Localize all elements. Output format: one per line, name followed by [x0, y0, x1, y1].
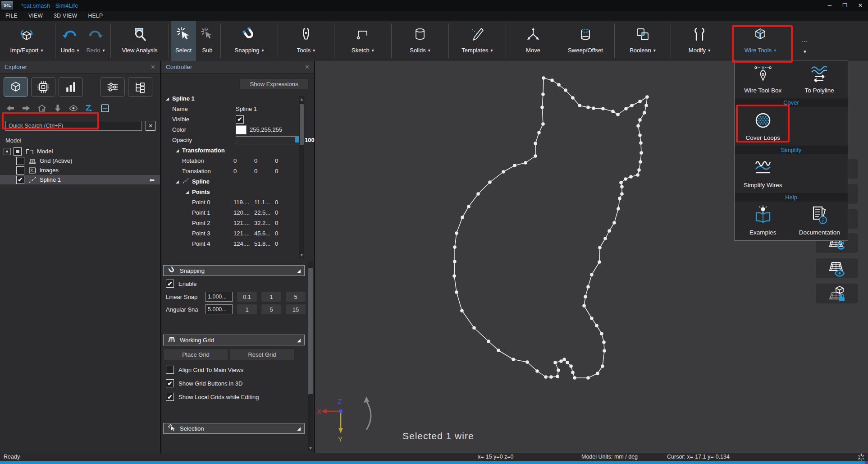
place-grid-button[interactable]: Place Grid [164, 349, 228, 360]
tree-row-images[interactable]: images [0, 165, 160, 175]
tree-row-model[interactable]: Model [0, 147, 160, 156]
status-units: Model Units: mm / deg [581, 454, 638, 460]
maximize-button[interactable]: ❐ [837, 0, 853, 11]
menu-item-to-polyline[interactable]: To Polyline [791, 60, 848, 98]
ribbon-group: Imp/Export ▾ [0, 21, 53, 61]
checkbox[interactable]: ✔ [166, 280, 174, 288]
minimize-button[interactable]: ─ [822, 0, 837, 11]
checkbox[interactable] [166, 366, 174, 374]
nav-arrowright-icon[interactable] [21, 103, 31, 115]
tool-sweep-offset[interactable]: Sweep/Offset [558, 21, 612, 61]
menu-help[interactable]: HELP [82, 13, 108, 19]
selection-section-header[interactable]: Selection◢ [163, 423, 305, 434]
progress-line [0, 461, 868, 464]
close-button[interactable]: ✕ [853, 0, 868, 11]
tool-imp-export[interactable]: Imp/Export ▾ [0, 21, 53, 61]
nav-eye-icon[interactable] [69, 103, 78, 115]
checkbox[interactable]: ✔ [166, 379, 174, 387]
snapping-enable-row[interactable]: ✔Enable [166, 280, 196, 288]
explorer-title: Explorer [5, 64, 27, 70]
menu-item-examples[interactable]: Examples [735, 202, 791, 240]
tree-row-grid-active[interactable]: Grid (Active) [0, 156, 160, 165]
viewport-grideye-button[interactable] [816, 258, 858, 278]
overflow-chevron-icon[interactable]: ▾ [804, 49, 806, 55]
controller-close-icon[interactable]: ✕ [305, 64, 310, 70]
tree-row-spline-1[interactable]: ✔Spline 1⬅ [0, 175, 160, 184]
linear-preset-5[interactable]: 5 [286, 292, 306, 302]
tool-redo[interactable]: Redo ▾ [82, 21, 109, 61]
option-show-local-grids-while-editing[interactable]: ✔Show Local Grids while Editing [166, 393, 259, 401]
prop-transformation[interactable]: ◢Transformation [161, 145, 306, 156]
explorer-tab-chip[interactable] [31, 77, 55, 97]
prop-points[interactable]: ◢Points [161, 187, 306, 197]
tool-modify[interactable]: Modify ▾ [673, 21, 726, 61]
explorer-close-icon[interactable]: ✕ [151, 64, 155, 70]
explorer-tab-sliders[interactable] [101, 77, 125, 97]
menu-view[interactable]: VIEW [23, 13, 48, 19]
overflow-dots-icon[interactable]: … [802, 36, 809, 43]
tool-undo[interactable]: Undo ▾ [57, 21, 82, 61]
menu-item-wire-tool-box[interactable]: Wire Tool Box [735, 60, 791, 98]
snapping-section-header[interactable]: Snapping◢ [163, 265, 305, 276]
tool-tools[interactable]: Tools ▾ [280, 21, 332, 61]
linear-preset-0-1[interactable]: 0.1 [237, 292, 257, 302]
nav-zoomz-icon[interactable] [84, 103, 94, 115]
explorer-tab-bars[interactable] [59, 77, 83, 97]
angular-preset-5[interactable]: 5 [261, 304, 281, 314]
tool-select[interactable]: Select [171, 21, 196, 61]
menu-item-documentation[interactable]: iDocumentation [791, 202, 848, 240]
quick-search-input[interactable]: Quick Search (Ctrl+F) [5, 121, 142, 131]
working-grid-section-header[interactable]: Working Grid◢ [163, 335, 305, 345]
properties-scrollbar[interactable]: ▲▼ [299, 96, 304, 258]
tool-move[interactable]: Move [508, 21, 558, 61]
viewport-gridlock-button[interactable] [816, 284, 858, 303]
linear-snap-input[interactable]: 1.000... [206, 292, 233, 302]
nav-minusbox-icon[interactable] [100, 103, 110, 115]
checkbox[interactable] [16, 166, 24, 175]
reset-grid-button[interactable]: Reset Grid [230, 349, 294, 360]
tool-templates[interactable]: Templates ▾ [451, 21, 504, 61]
search-clear-button[interactable]: ✕ [146, 121, 155, 131]
prop-spline-1[interactable]: ◢Spline 1 [161, 93, 306, 104]
angular-preset-1[interactable]: 1 [237, 304, 257, 314]
tool-sub[interactable]: Sub [196, 21, 219, 61]
tool-view-analysis[interactable]: View Analysis [113, 21, 167, 61]
nav-arrowleft-icon[interactable] [5, 103, 15, 115]
prop-point-1: Point 1120....22.5...0 [161, 207, 306, 218]
busy-spinner-icon [857, 453, 865, 461]
explorer-tab-cube[interactable] [4, 77, 28, 97]
sketch-icon [355, 24, 371, 44]
explorer-tab-treeicon[interactable] [128, 77, 152, 97]
tool-solids[interactable]: Solids ▾ [393, 21, 447, 61]
linear-preset-1[interactable]: 1 [261, 292, 281, 302]
menu-item-cover-loops[interactable]: Cover Loops [735, 107, 791, 146]
menu-3d-view[interactable]: 3D VIEW [48, 13, 82, 19]
tool-wire-tools[interactable]: Wire Tools ▾ [732, 21, 789, 54]
controller-panel: Controller ✕ Show Expressions ◢Spline 1N… [161, 61, 315, 453]
prop-spline[interactable]: ◢Spline [161, 176, 306, 187]
checkbox[interactable]: ✔ [236, 115, 244, 124]
checkbox[interactable]: ✔ [166, 393, 174, 401]
option-show-grid-buttons-in-3d[interactable]: ✔Show Grid Buttons in 3D [166, 379, 242, 387]
tool-snapping[interactable]: Snapping ▾ [223, 21, 276, 61]
show-expressions-button[interactable]: Show Expressions [240, 79, 308, 89]
nav-home-icon[interactable] [37, 103, 47, 115]
toolbar-overflow[interactable]: … ▾ [791, 21, 818, 61]
checkbox[interactable] [16, 157, 24, 165]
opacity-slider[interactable] [236, 136, 301, 144]
option-align-grid-to-main-views[interactable]: Align Grid To Main Views [166, 366, 243, 374]
controller-scrollbar[interactable]: ▼ [308, 262, 313, 451]
angular-snap-input[interactable]: 5.000... [206, 304, 233, 314]
menu-file[interactable]: FILE [0, 13, 23, 19]
angular-preset-15[interactable]: 15 [286, 304, 306, 314]
goto-arrow-icon[interactable]: ⬅ [149, 176, 155, 184]
tool-sketch[interactable]: Sketch ▾ [336, 21, 389, 61]
checkbox[interactable] [14, 147, 22, 156]
tree-expander[interactable] [4, 148, 11, 155]
checkbox[interactable]: ✔ [16, 176, 24, 184]
menu-item-simplify-wires[interactable]: Simplify Wires [735, 154, 791, 193]
sub-icon [199, 24, 215, 44]
color-swatch[interactable] [236, 125, 247, 134]
nav-arrowdown-icon[interactable] [53, 103, 63, 115]
tool-boolean[interactable]: Boolean ▾ [617, 21, 669, 61]
